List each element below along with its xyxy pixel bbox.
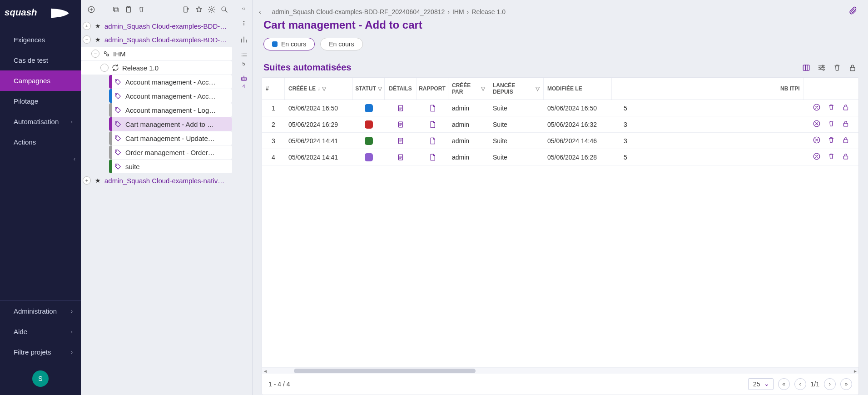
row-cancel-button[interactable] xyxy=(813,120,821,129)
tree-iteration[interactable]: Order management - Order… xyxy=(109,145,232,159)
expand-toggle[interactable]: + xyxy=(83,22,91,30)
tree-release[interactable]: − Release 1.0 xyxy=(81,61,232,75)
col-created[interactable]: CRÉÉE LE ↓ ▽ xyxy=(285,78,353,100)
scroll-thumb[interactable] xyxy=(294,369,476,373)
filter-icon[interactable]: ▽ xyxy=(481,85,485,92)
add-button[interactable] xyxy=(86,5,96,15)
expand-toggle[interactable]: + xyxy=(83,176,91,185)
row-cancel-button[interactable] xyxy=(813,103,821,113)
export-button[interactable] xyxy=(181,5,191,15)
robot-tab[interactable]: 4 xyxy=(238,75,250,89)
list-tab[interactable]: 5 xyxy=(238,52,250,66)
columns-button[interactable] xyxy=(802,63,811,72)
breadcrumb-link[interactable]: admin_Squash Cloud-examples-BDD-RF_20240… xyxy=(272,8,445,15)
cell-details-button[interactable] xyxy=(385,104,417,112)
info-tab[interactable] xyxy=(238,19,250,27)
row-cancel-button[interactable] xyxy=(813,136,821,145)
tree-iteration[interactable]: Account management - Acc… xyxy=(109,75,232,89)
cell-report-button[interactable] xyxy=(417,153,448,161)
tree-project[interactable]: + ★ admin_Squash Cloud-examples-BDD-… xyxy=(81,19,235,33)
tree-iteration[interactable]: Account management - Log… xyxy=(109,103,232,117)
col-index[interactable]: # xyxy=(262,78,285,100)
attachment-button[interactable] xyxy=(848,6,857,17)
col-from[interactable]: LANCÉE DEPUIS ▽ xyxy=(489,78,544,100)
lock-grid-button[interactable] xyxy=(848,63,857,72)
copy-button[interactable] xyxy=(111,5,121,15)
collapse-detail-button[interactable]: ‹‹ xyxy=(238,5,250,11)
row-delete-button[interactable] xyxy=(827,103,835,113)
breadcrumb-link[interactable]: IHM xyxy=(452,8,464,15)
cell-details-button[interactable] xyxy=(385,137,417,145)
nav-automatisation[interactable]: Automatisation › xyxy=(0,111,81,132)
col-details[interactable]: DÉTAILS xyxy=(385,78,417,100)
table-row[interactable]: 105/06/2024 16:50adminSuite05/06/2024 16… xyxy=(262,100,858,116)
cell-report-button[interactable] xyxy=(417,104,448,112)
scroll-left-button[interactable]: ◄ xyxy=(262,368,268,374)
cell-details-button[interactable] xyxy=(385,120,417,129)
filter-icon[interactable]: ▽ xyxy=(378,85,382,92)
tree-iteration[interactable]: Cart management - Update… xyxy=(109,131,232,145)
nav-campagnes[interactable]: Campagnes xyxy=(0,70,81,91)
row-lock-button[interactable] xyxy=(842,152,850,162)
row-delete-button[interactable] xyxy=(827,152,835,162)
tree-iteration[interactable]: Account management - Acc… xyxy=(109,89,232,103)
nav-filtre-projets[interactable]: Filtre projets › xyxy=(0,342,81,362)
chart-tab[interactable] xyxy=(238,35,250,44)
nav-aide[interactable]: Aide › xyxy=(0,321,81,342)
nav-pilotage[interactable]: Pilotage xyxy=(0,91,81,111)
status-pill-secondary[interactable]: En cours xyxy=(320,38,362,50)
table-row[interactable]: 405/06/2024 14:41adminSuite05/06/2024 16… xyxy=(262,149,858,165)
back-button[interactable]: ‹ xyxy=(259,8,261,15)
row-cancel-button[interactable] xyxy=(813,152,821,162)
nav-cas-de-test[interactable]: Cas de test xyxy=(0,50,81,70)
user-avatar[interactable]: S xyxy=(32,370,49,387)
tree-folder-ihm[interactable]: − IHM xyxy=(81,47,232,60)
cell-details-button[interactable] xyxy=(385,153,417,161)
col-modified[interactable]: MODIFIÉE LE xyxy=(544,78,612,100)
table-row[interactable]: 205/06/2024 16:29adminSuite05/06/2024 16… xyxy=(262,116,858,133)
nav-exigences[interactable]: Exigences xyxy=(0,30,81,50)
pager-prev-button[interactable]: ‹ xyxy=(794,378,806,390)
nav-actions[interactable]: Actions xyxy=(0,132,81,152)
horizontal-scrollbar[interactable]: ◄ ► xyxy=(262,367,858,374)
page-size-select[interactable]: 25 xyxy=(748,378,774,390)
col-report[interactable]: RAPPORT xyxy=(417,78,448,100)
collapse-toggle[interactable]: − xyxy=(100,64,109,72)
settings-button[interactable] xyxy=(207,5,217,15)
delete-button[interactable] xyxy=(136,5,146,15)
col-status[interactable]: STATUT ▽ xyxy=(353,78,385,100)
row-lock-button[interactable] xyxy=(842,103,850,113)
row-lock-button[interactable] xyxy=(842,136,850,145)
favorite-button[interactable] xyxy=(194,5,204,15)
tag-icon xyxy=(114,120,123,128)
col-itpi[interactable]: NB ITPI xyxy=(777,78,804,100)
tree-project[interactable]: + ★ admin_Squash Cloud-examples-nativ… xyxy=(81,174,235,187)
col-by[interactable]: CRÉÉE PAR ▽ xyxy=(448,78,489,100)
filter-icon[interactable]: ▽ xyxy=(322,85,326,92)
breadcrumb-link[interactable]: Release 1.0 xyxy=(471,8,506,15)
nav-administration[interactable]: Administration › xyxy=(0,301,81,321)
cell-report-button[interactable] xyxy=(417,137,448,145)
tree-project[interactable]: − ★ admin_Squash Cloud-examples-BDD-… xyxy=(81,33,235,46)
delete-grid-button[interactable] xyxy=(833,63,842,72)
search-button[interactable] xyxy=(219,5,229,15)
settings-grid-button[interactable] xyxy=(817,63,826,72)
tree-iteration[interactable]: suite xyxy=(109,160,232,173)
pager-last-button[interactable]: » xyxy=(840,378,852,390)
status-pill-primary[interactable]: En cours xyxy=(263,38,315,50)
collapse-toggle[interactable]: − xyxy=(83,35,91,44)
table-row[interactable]: 305/06/2024 14:41adminSuite05/06/2024 14… xyxy=(262,133,858,149)
row-delete-button[interactable] xyxy=(827,120,835,129)
svg-rect-40 xyxy=(844,123,848,126)
tree-iteration[interactable]: Cart management - Add to … xyxy=(109,117,232,131)
cell-report-button[interactable] xyxy=(417,120,448,129)
collapse-sidebar-button[interactable]: ‹ xyxy=(0,152,81,166)
collapse-toggle[interactable]: − xyxy=(91,50,99,58)
filter-icon[interactable]: ▽ xyxy=(536,85,540,92)
row-delete-button[interactable] xyxy=(827,136,835,145)
row-lock-button[interactable] xyxy=(842,120,850,129)
paste-button[interactable] xyxy=(124,5,134,15)
pager-next-button[interactable]: › xyxy=(824,378,836,390)
scroll-right-button[interactable]: ► xyxy=(852,368,858,374)
pager-first-button[interactable]: « xyxy=(778,378,790,390)
